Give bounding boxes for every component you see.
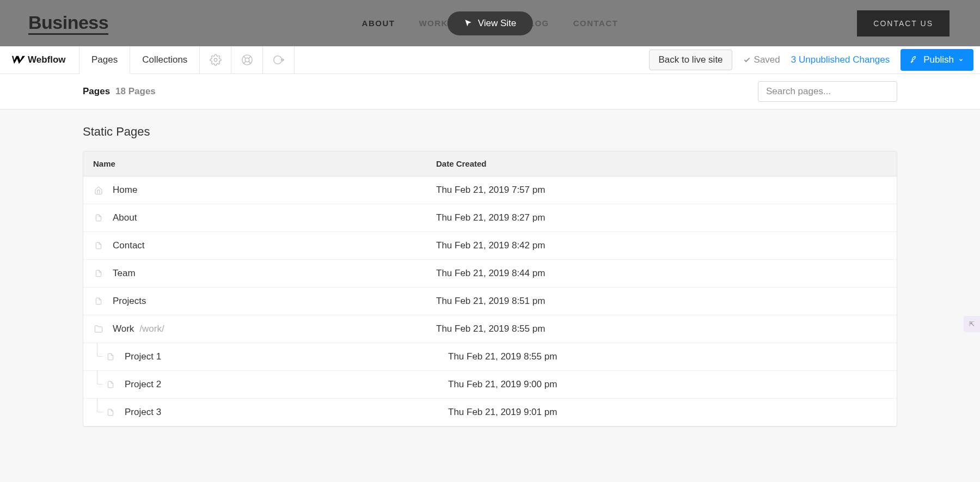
page-icon	[93, 213, 104, 222]
nav-contact[interactable]: CONTACT	[573, 19, 618, 28]
svg-line-6	[243, 62, 246, 64]
row-date: Thu Feb 21, 2019 8:55 pm	[436, 324, 887, 334]
unpublished-changes-link[interactable]: 3 Unpublished Changes	[791, 54, 890, 65]
saved-label: Saved	[754, 54, 780, 65]
folder-icon	[93, 325, 104, 333]
row-date: Thu Feb 21, 2019 9:01 pm	[448, 407, 887, 418]
tab-pages[interactable]: Pages	[79, 46, 130, 74]
row-date: Thu Feb 21, 2019 8:51 pm	[436, 296, 887, 307]
svg-point-7	[274, 56, 282, 64]
cursor-icon	[464, 19, 473, 28]
webflow-mark-icon	[12, 56, 25, 64]
table-row[interactable]: ContactThu Feb 21, 2019 8:42 pm	[83, 232, 897, 260]
svg-line-4	[248, 62, 250, 64]
lifebuoy-icon	[241, 54, 253, 66]
help-button[interactable]	[231, 46, 263, 74]
row-name: Home	[113, 185, 436, 196]
publish-label: Publish	[923, 54, 954, 65]
table-header: Name Date Created	[83, 151, 897, 176]
row-date: Thu Feb 21, 2019 8:27 pm	[436, 212, 887, 223]
page-icon	[105, 408, 116, 417]
nav-work[interactable]: WORK	[419, 19, 448, 28]
table-row[interactable]: HomeThu Feb 21, 2019 7:57 pm	[83, 176, 897, 204]
page-icon	[93, 241, 104, 250]
row-date: Thu Feb 21, 2019 8:42 pm	[436, 240, 887, 251]
tab-collections[interactable]: Collections	[130, 46, 200, 74]
back-to-live-button[interactable]: Back to live site	[649, 50, 732, 70]
view-site-label: View Site	[478, 18, 517, 29]
webflow-brand-text: Webflow	[28, 54, 66, 65]
row-name: Team	[113, 268, 436, 279]
check-icon	[743, 56, 751, 64]
table-row[interactable]: Work/work/Thu Feb 21, 2019 8:55 pm	[83, 315, 897, 343]
table-row[interactable]: Project 1Thu Feb 21, 2019 8:55 pm	[83, 343, 897, 371]
table-row[interactable]: AboutThu Feb 21, 2019 8:27 pm	[83, 204, 897, 232]
publish-button[interactable]: Publish	[901, 49, 973, 71]
page-icon	[93, 269, 104, 278]
pages-header: Pages 18 Pages	[0, 74, 980, 109]
table-row[interactable]: Project 3Thu Feb 21, 2019 9:01 pm	[83, 399, 897, 426]
nav-about[interactable]: ABOUT	[362, 19, 395, 28]
table-row[interactable]: Project 2Thu Feb 21, 2019 9:00 pm	[83, 371, 897, 399]
svg-point-2	[245, 58, 249, 62]
section-title: Static Pages	[83, 125, 897, 139]
svg-line-3	[243, 57, 246, 59]
page-icon	[105, 380, 116, 389]
row-name: Contact	[113, 240, 436, 251]
site-logo: Business	[28, 12, 108, 35]
webflow-logo[interactable]: Webflow	[0, 46, 79, 74]
pages-table: Name Date Created HomeThu Feb 21, 2019 7…	[83, 151, 897, 427]
chevron-down-icon	[958, 57, 964, 63]
page-icon	[93, 297, 104, 306]
row-date: Thu Feb 21, 2019 9:00 pm	[448, 379, 887, 390]
editor-toolbar: Webflow Pages Collections Back to live s…	[0, 46, 980, 74]
row-date: Thu Feb 21, 2019 8:55 pm	[448, 351, 887, 362]
home-icon	[93, 186, 104, 194]
float-widget[interactable]: ⇱	[964, 316, 980, 332]
row-date: Thu Feb 21, 2019 8:44 pm	[436, 268, 887, 279]
pages-count: 18 Pages	[115, 86, 156, 97]
row-name: About	[113, 212, 436, 223]
site-preview-banner: Business ABOUT WORK TEAM BLOG CONTACT CO…	[0, 0, 980, 46]
row-name: Project 2	[125, 379, 448, 390]
row-name: Projects	[113, 296, 436, 307]
gear-icon	[210, 54, 222, 66]
row-slug: /work/	[139, 324, 164, 334]
logout-icon	[273, 54, 285, 66]
row-name: Project 1	[125, 351, 448, 362]
page-icon	[105, 352, 116, 361]
view-site-button[interactable]: View Site	[448, 11, 533, 35]
rocket-icon	[910, 56, 919, 64]
contact-us-button[interactable]: CONTACT US	[857, 10, 950, 36]
content-area: Static Pages Name Date Created HomeThu F…	[0, 109, 980, 482]
settings-button[interactable]	[200, 46, 231, 74]
svg-line-5	[248, 57, 250, 59]
row-date: Thu Feb 21, 2019 7:57 pm	[436, 185, 887, 196]
svg-point-0	[214, 58, 217, 62]
saved-status: Saved	[743, 54, 780, 65]
row-name: Work/work/	[113, 324, 436, 334]
table-row[interactable]: TeamThu Feb 21, 2019 8:44 pm	[83, 260, 897, 288]
row-name: Project 3	[125, 407, 448, 418]
table-body: HomeThu Feb 21, 2019 7:57 pmAboutThu Feb…	[83, 176, 897, 426]
col-name: Name	[93, 159, 436, 168]
logout-button[interactable]	[263, 46, 295, 74]
table-row[interactable]: ProjectsThu Feb 21, 2019 8:51 pm	[83, 288, 897, 315]
col-date: Date Created	[436, 159, 887, 168]
search-input[interactable]	[758, 81, 897, 102]
pages-title: Pages	[83, 86, 110, 97]
